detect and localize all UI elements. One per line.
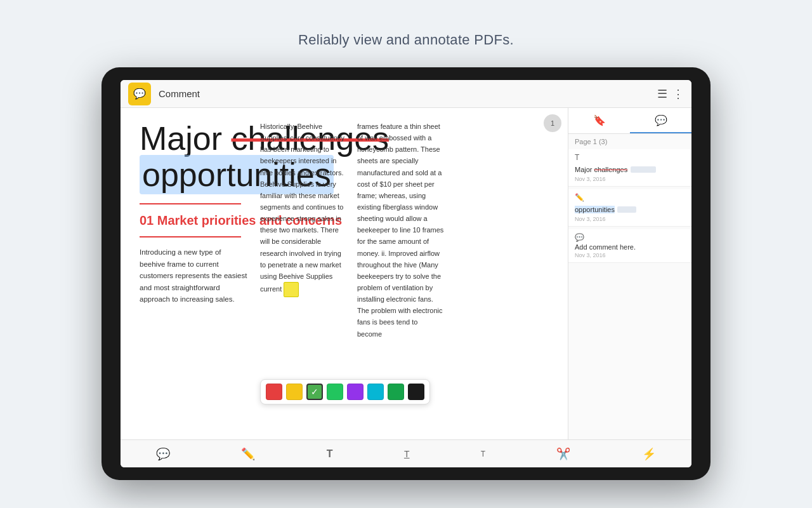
annotation-date-2: Nov 3, 2016 — [575, 216, 685, 222]
annotation-comment-text: Add comment here. — [575, 243, 685, 251]
toolbar-sign[interactable]: ⚡ — [642, 447, 656, 461]
color-cyan[interactable] — [367, 384, 384, 400]
annotation-opportunities: opportunities — [575, 206, 615, 213]
toolbar-text2[interactable]: T — [404, 449, 410, 459]
color-picker: ✓ — [260, 379, 430, 404]
annotation-strike-text: Major challenges — [575, 163, 685, 175]
more-icon[interactable]: ⋮ — [672, 87, 684, 101]
annotation-date-3: Nov 3, 2016 — [575, 252, 685, 258]
annotation-challenges: challenges — [594, 166, 628, 173]
annotation-type-strike-icon: T — [575, 153, 685, 162]
color-darkgreen[interactable] — [388, 384, 404, 400]
main-content: 1 Major challenges opportunities 01 Mark… — [121, 108, 691, 439]
annotation-date-1: Nov 3, 2016 — [575, 176, 685, 182]
toolbar-text3[interactable]: T — [481, 450, 485, 458]
annotation-highlight-content: opportunities — [575, 203, 685, 215]
section-divider-top — [140, 203, 241, 204]
tablet-wrapper: 💬 Comment ☰ ⋮ 1 Major challenges — [102, 67, 710, 480]
panel-tabs: 🔖 💬 — [568, 108, 691, 134]
tab-bookmark[interactable]: 🔖 — [568, 108, 630, 133]
toolbar-cut[interactable]: ✂️ — [556, 447, 570, 461]
toolbar-draw[interactable]: ✏️ — [241, 447, 255, 461]
pdf-col-2: frames feature a thin sheet of wax embos… — [357, 121, 444, 340]
right-panel: 🔖 💬 Page 1 (3) T Major challenges Nov 3,… — [568, 108, 691, 439]
section-divider-bottom — [140, 236, 241, 237]
bottom-toolbar: 💬 ✏️ T T T ✂️ ⚡ — [121, 439, 691, 467]
pdf-col-1: Historically, Beehive Supplies' core con… — [260, 121, 347, 340]
sticky-note-icon[interactable] — [284, 282, 299, 297]
color-yellow[interactable] — [286, 384, 303, 400]
pdf-columns: Historically, Beehive Supplies' core con… — [260, 121, 444, 340]
color-green2[interactable] — [327, 384, 343, 400]
annotation-comment-icon: 💬 — [575, 233, 685, 242]
top-bar: 💬 Comment ☰ ⋮ — [121, 80, 691, 108]
tablet-screen: 💬 Comment ☰ ⋮ 1 Major challenges — [121, 80, 691, 467]
tablet-frame: 💬 Comment ☰ ⋮ 1 Major challenges — [102, 67, 710, 480]
annotation-highlight: ✏️ opportunities Nov 3, 2016 — [568, 189, 691, 227]
annotation-type-highlight-icon: ✏️ — [575, 193, 685, 202]
top-bar-actions: ☰ ⋮ — [657, 87, 684, 101]
tagline: Reliably view and annotate PDFs. — [298, 32, 514, 48]
annotation-strikethrough: T Major challenges Nov 3, 2016 — [568, 149, 691, 187]
page-badge: 1 — [544, 114, 561, 132]
toolbar-text[interactable]: T — [327, 448, 333, 460]
comment-icon-badge: 💬 — [128, 83, 151, 105]
title-major: Major — [140, 120, 231, 157]
annotation-comment: 💬 Add comment here. Nov 3, 2016 — [568, 229, 691, 263]
pdf-viewer: 1 Major challenges opportunities 01 Mark… — [121, 108, 568, 439]
color-red[interactable] — [266, 384, 282, 400]
panel-page-label: Page 1 (3) — [568, 134, 691, 149]
tab-comments[interactable]: 💬 — [630, 108, 691, 133]
color-black[interactable] — [408, 384, 424, 400]
document-title: Comment — [159, 88, 657, 99]
color-purple[interactable] — [347, 384, 363, 400]
pdf-body-intro: Introducing a new type of beehive frame … — [140, 246, 247, 305]
color-green-selected[interactable]: ✓ — [306, 384, 323, 400]
outline-icon[interactable]: ☰ — [657, 87, 667, 101]
toolbar-comment[interactable]: 💬 — [156, 447, 170, 461]
